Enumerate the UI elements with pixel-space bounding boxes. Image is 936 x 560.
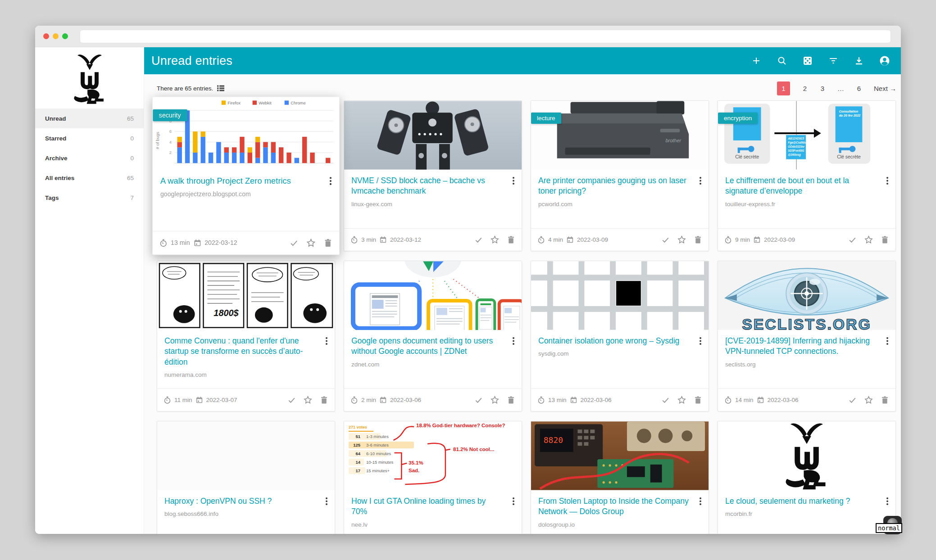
star-icon[interactable]	[490, 395, 500, 405]
page-1-active[interactable]: 1	[777, 81, 790, 95]
page-2[interactable]: 2	[802, 85, 808, 92]
card-menu-kebab-icon[interactable]	[696, 497, 704, 506]
trash-icon[interactable]	[506, 235, 516, 244]
mark-read-icon[interactable]	[848, 235, 857, 244]
filter-icon[interactable]	[828, 55, 839, 66]
entry-card[interactable]: Clé secrète AB12#D915 Fga@Csdfds GDds01D…	[718, 100, 896, 251]
entry-card[interactable]: 1800$	[157, 261, 335, 411]
search-icon[interactable]	[777, 55, 787, 66]
tag-chip-encryption[interactable]: encryption	[718, 113, 758, 124]
page-title: Unread entries	[151, 54, 232, 68]
trash-icon[interactable]	[323, 238, 333, 248]
trash-icon[interactable]	[880, 235, 890, 244]
star-icon[interactable]	[490, 235, 500, 244]
mark-read-icon[interactable]	[661, 235, 670, 244]
sidebar-item-archive[interactable]: Archive 0	[35, 148, 144, 168]
entry-card[interactable]: Google opens document editing to users w…	[344, 261, 522, 411]
sidebar-item-unread[interactable]: Unread 65	[35, 108, 144, 128]
tag-chip-security[interactable]: security	[153, 109, 187, 121]
entry-title-link[interactable]: Le cloud, seulement du marketing ?	[725, 496, 877, 506]
mark-read-icon[interactable]	[474, 395, 483, 405]
page-6[interactable]: 6	[856, 85, 862, 92]
trash-icon[interactable]	[506, 395, 516, 405]
card-menu-kebab-icon[interactable]	[327, 176, 335, 186]
mark-read-icon[interactable]	[848, 395, 857, 405]
card-image-blank	[157, 421, 335, 490]
card-menu-kebab-icon[interactable]	[509, 336, 518, 346]
next-page-link[interactable]: Next →	[874, 85, 896, 92]
maximize-window-button[interactable]	[62, 33, 68, 39]
mark-read-icon[interactable]	[289, 238, 299, 248]
star-icon[interactable]	[306, 238, 316, 248]
entry-title-link[interactable]: From Stolen Laptop to Inside the Company…	[538, 496, 690, 517]
card-menu-kebab-icon[interactable]	[323, 497, 331, 506]
poll-annotation-word: Sad.	[409, 468, 419, 473]
add-entry-icon[interactable]	[751, 55, 762, 66]
mark-read-icon[interactable]	[661, 395, 670, 405]
entry-card[interactable]: 8820	[531, 421, 709, 534]
entry-title-link[interactable]: How I cut GTA Online loading times by 70…	[351, 496, 503, 517]
entry-title-link[interactable]: Comme Convenu : quand l'enfer d'une star…	[164, 336, 316, 367]
entry-title-link[interactable]: Le chiffrement de bout en bout et la sig…	[725, 176, 877, 197]
trash-icon[interactable]	[880, 395, 890, 405]
svg-text:2: 2	[169, 150, 172, 155]
entry-domain: pcworld.com	[538, 201, 701, 208]
entry-domain: touilleur-express.fr	[725, 201, 888, 208]
card-menu-kebab-icon[interactable]	[696, 176, 704, 186]
star-icon[interactable]	[677, 235, 686, 244]
card-menu-kebab-icon[interactable]	[883, 497, 891, 506]
entry-card[interactable]: 271 votes 511-3 minutes1253-6 minutes646…	[344, 421, 522, 534]
entry-title-link[interactable]: Container isolation gone wrong – Sysdig	[538, 336, 690, 346]
card-menu-kebab-icon[interactable]	[883, 176, 891, 186]
entry-card[interactable]: NVME / SSD block cache – bcache vs lvmca…	[344, 100, 522, 251]
sidebar-item-tags[interactable]: Tags 7	[35, 188, 144, 208]
star-icon[interactable]	[864, 395, 873, 405]
mark-read-icon[interactable]	[287, 395, 296, 405]
entry-card[interactable]: 2468# of bugsFirefoxWebkitChrome securit…	[152, 97, 340, 255]
wallabag-app: Unread 65 Starred 0 Archive 0 All entrie…	[35, 47, 901, 534]
sidebar-item-starred[interactable]: Starred 0	[35, 128, 144, 148]
calendar-icon	[753, 235, 761, 244]
card-menu-kebab-icon[interactable]	[883, 336, 891, 346]
entry-card[interactable]: brother lecture Are printer companies go…	[531, 100, 709, 251]
trash-icon[interactable]	[319, 395, 329, 405]
svg-text:brother: brother	[665, 138, 682, 143]
entry-title-link[interactable]: NVME / SSD block cache – bcache vs lvmca…	[351, 176, 503, 197]
random-icon[interactable]	[802, 55, 813, 66]
entry-title-link[interactable]: Are printer companies gouging us on lase…	[538, 176, 690, 197]
keyboard-mode-indicator: normal	[876, 523, 902, 533]
svg-text:GDds01Dbv: GDds01Dbv	[788, 145, 804, 148]
star-icon[interactable]	[864, 235, 873, 244]
sidebar-item-all-entries[interactable]: All entries 65	[35, 168, 144, 188]
entry-card[interactable]: Container isolation gone wrong – Sysdig …	[531, 261, 709, 411]
card-menu-kebab-icon[interactable]	[323, 336, 331, 346]
card-menu-kebab-icon[interactable]	[696, 336, 704, 346]
mark-read-icon[interactable]	[474, 235, 483, 244]
close-window-button[interactable]	[43, 33, 49, 39]
trash-icon[interactable]	[693, 235, 703, 244]
entry-card[interactable]: Haproxy : OpenVPN ou SSH ? blog.seboss66…	[157, 421, 335, 534]
card-menu-kebab-icon[interactable]	[509, 497, 518, 506]
entry-title-link[interactable]: Google opens document editing to users w…	[351, 336, 503, 357]
star-icon[interactable]	[303, 395, 313, 405]
page-3[interactable]: 3	[820, 85, 825, 92]
card-menu-kebab-icon[interactable]	[509, 176, 518, 186]
entry-title-link[interactable]: A walk through Project Zero metrics	[160, 176, 319, 186]
tag-chip-lecture[interactable]: lecture	[531, 113, 561, 124]
reading-time-icon	[350, 396, 359, 404]
browser-titlebar	[35, 26, 901, 47]
card-image-electronics: 8820	[531, 421, 709, 490]
account-icon[interactable]	[879, 55, 890, 66]
address-bar[interactable]	[80, 30, 891, 43]
entry-title-link[interactable]: Haproxy : OpenVPN ou SSH ?	[164, 496, 316, 506]
reading-time: 13 min	[171, 239, 190, 247]
entry-card[interactable]: SECLISTS.ORG [CVE-2019-14899] Inferring …	[718, 261, 896, 411]
export-download-icon[interactable]	[854, 55, 864, 66]
list-view-toggle-icon[interactable]	[217, 84, 225, 92]
entry-title-link[interactable]: [CVE-2019-14899] Inferring and hijacking…	[725, 336, 877, 357]
sidebar-item-label: Archive	[45, 155, 68, 162]
minimize-window-button[interactable]	[53, 33, 59, 39]
trash-icon[interactable]	[693, 395, 703, 405]
entry-card[interactable]: Le cloud, seulement du marketing ? mcorb…	[718, 421, 896, 534]
star-icon[interactable]	[677, 395, 686, 405]
